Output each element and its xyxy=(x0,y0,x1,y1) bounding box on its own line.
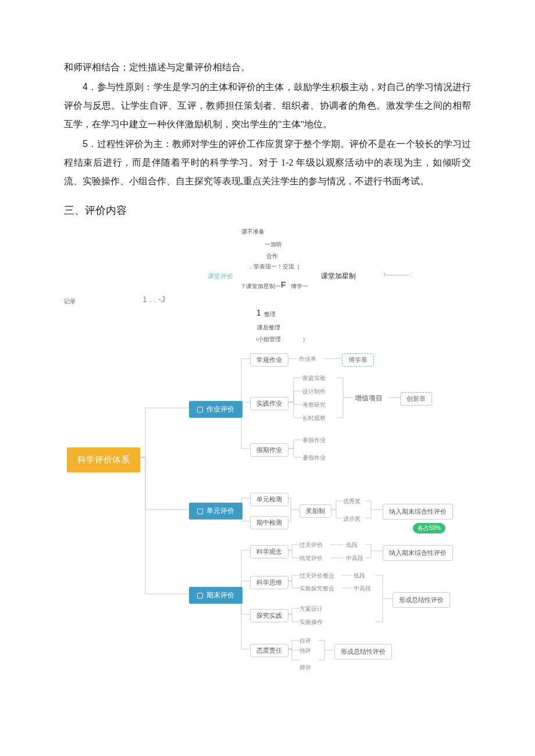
fifty-percent-pill: 各占50% xyxy=(413,523,445,533)
exp-explore-integrate-leaf: 实验探究整合 xyxy=(299,585,334,593)
fragment-text: 1 . . -J xyxy=(142,295,165,304)
fragment-text: 课后整理 xyxy=(257,324,280,332)
workbook-leaf: 作业本 xyxy=(299,355,316,363)
fragment-text: . 堂表现一！交流［ xyxy=(250,263,300,271)
section-heading-3: 三、评价内容 xyxy=(64,203,471,217)
innovation-badge: 创新章 xyxy=(400,392,432,406)
home-experiment-leaf: 家庭实验 xyxy=(302,374,326,382)
mid-high-grade-tag: 中高段 xyxy=(346,554,363,562)
self-eval-leaf: 自评 xyxy=(299,637,311,645)
routine-hw-node: 常规作业 xyxy=(250,353,288,367)
node-bullet-icon xyxy=(197,508,203,514)
vacation-hw-node: 假期作业 xyxy=(250,443,288,457)
summative-result-node-2: 形成总结性评价 xyxy=(334,644,392,660)
paragraph-5-text: ．过程性评价为主：教师对学生的评价工作应贯穿于整个学期。评价不是在一个较长的学习… xyxy=(64,139,471,186)
fragment-text: ‹小姐管理 xyxy=(256,335,281,343)
mid-high-grade-tag-2: 中高段 xyxy=(354,585,371,593)
fragment-text: F xyxy=(281,280,286,289)
unit-eval-node: 单元评价 xyxy=(189,503,242,519)
into-final-comp-node: 纳入期末综合性评价 xyxy=(383,504,453,519)
progress-leaf: 进步奖 xyxy=(343,515,361,523)
reward-node: 奖励制 xyxy=(299,504,331,518)
low-grade-tag-2: 低段 xyxy=(354,572,365,580)
homework-eval-node: 作业评价 xyxy=(189,401,242,418)
paragraph-5: 5．过程性评价为主：教师对学生的评价工作应贯穿于整个学期。评价不是在一个较长的学… xyxy=(64,135,471,191)
excellent-leaf: 优秀奖 xyxy=(343,497,361,506)
paragraph-4: 4．参与性原则：学生是学习的主体和评价的主体，鼓励学生积极主动，对自己的学习情况… xyxy=(64,78,471,134)
attitude-node: 态度责任 xyxy=(250,644,288,657)
paragraph-4-text: ．参与性原则：学生是学习的主体和评价的主体，鼓励学生积极主动，对自己的学习情况进… xyxy=(64,82,471,129)
final-eval-node: 期末评价 xyxy=(189,587,242,604)
fragment-text: ？课堂加星制一 xyxy=(240,282,281,291)
node-label: 作业评价 xyxy=(206,404,234,414)
plan-design-leaf: 方案设计 xyxy=(299,605,323,613)
classroom-eval-label: 课堂评价 xyxy=(208,272,233,281)
design-make-leaf: 设计制作 xyxy=(302,388,326,396)
fragment-text: 合作 xyxy=(266,252,278,260)
star-system-label: 课堂加星制 xyxy=(321,271,356,281)
unit-test-node: 单元检测 xyxy=(250,493,288,506)
science-concept-node: 科学观念 xyxy=(250,545,288,558)
pass-eval-leaf: 过关评价 xyxy=(299,541,323,549)
practice-hw-node: 实践作业 xyxy=(250,397,288,410)
node-label: 期末评价 xyxy=(206,590,234,600)
item-number-5: 5 xyxy=(83,139,88,149)
explore-practice-node: 探究实践 xyxy=(250,609,288,622)
fragment-text: 1 xyxy=(256,308,261,317)
record-label: 记录 xyxy=(64,298,76,306)
paper-eval-leaf: 纸笔评价 xyxy=(299,554,323,562)
node-label: 单元评价 xyxy=(206,506,234,516)
summer-hw-leaf: 暑假作业 xyxy=(302,454,326,462)
fragment-text: ） xyxy=(302,335,308,343)
node-bullet-icon xyxy=(197,407,203,413)
experiment-op-leaf: 实验操作 xyxy=(299,618,323,626)
node-bullet-icon xyxy=(197,593,203,599)
summative-result-node: 形成总结性评价 xyxy=(393,592,450,608)
value-add-label: 增值项目 xyxy=(355,393,383,403)
scholar-badge: 博学章 xyxy=(342,353,374,367)
mindmap-diagram: 课不准备 一加听 合作 . 堂表现一！交流［ 课堂评价 课堂加星制 r———— … xyxy=(64,228,471,675)
paragraph-continuation: 和师评相结合；定性描述与定量评价相结合。 xyxy=(64,58,471,77)
fragment-text: 整理 xyxy=(264,310,276,318)
fragment-text: 课不准备 xyxy=(241,228,265,236)
document-page: 和师评相结合；定性描述与定量评价相结合。 4．参与性原则：学生是学习的主体和评价… xyxy=(0,0,535,756)
winter-hw-leaf: 寒假作业 xyxy=(302,436,326,445)
into-final-comp-node-2: 纳入期末综合性评价 xyxy=(383,545,453,561)
pass-eval-integrate-leaf: 过关评价整合 xyxy=(299,572,334,580)
fragment-text: r———— : xyxy=(384,271,412,278)
long-observe-leaf: 长时观察 xyxy=(302,414,326,422)
peer-eval-leaf: 他评 xyxy=(299,647,311,655)
science-thinking-node: 科学思维 xyxy=(250,576,288,589)
item-number-4: 4 xyxy=(83,82,88,92)
fragment-text: 博学一 xyxy=(291,282,308,291)
midterm-test-node: 期中检测 xyxy=(250,516,288,529)
root-node: 科学评价体系 xyxy=(67,447,140,472)
low-grade-tag: 低段 xyxy=(346,541,358,549)
fragment-text: 一加听 xyxy=(265,241,282,249)
investigate-leaf: 考察研究 xyxy=(302,401,326,409)
teacher-eval-leaf: 师评 xyxy=(299,664,311,672)
